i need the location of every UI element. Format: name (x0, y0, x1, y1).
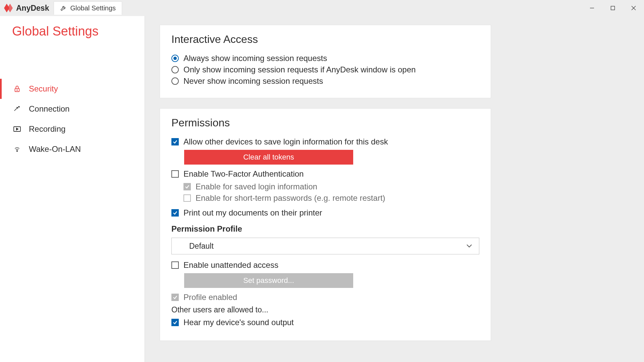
wrench-icon (60, 5, 67, 11)
set-password-button: Set password... (184, 273, 353, 288)
permission-profile-heading: Permission Profile (171, 224, 479, 234)
checkbox-profile-enabled: Profile enabled (171, 293, 479, 302)
checkbox-hear-sound[interactable]: Hear my device's sound output (171, 318, 479, 327)
radio-label: Never show incoming session requests (183, 76, 323, 86)
checkbox-label: Print out my documents on their printer (183, 208, 322, 218)
content-area[interactable]: Interactive Access Always show incoming … (145, 16, 644, 362)
sidebar-item-label: Wake-On-LAN (29, 144, 81, 154)
checkbox-label: Enable unattended access (183, 260, 278, 270)
dropdown-value: Default (189, 242, 214, 251)
radio-icon (171, 55, 179, 62)
sidebar-item-connection[interactable]: Connection (0, 99, 145, 119)
checkbox-icon (171, 294, 179, 301)
checkbox-label: Allow other devices to save login inform… (183, 137, 388, 146)
tab-label: Global Settings (70, 4, 116, 12)
section-title: Interactive Access (171, 33, 479, 46)
checkbox-enable-2fa[interactable]: Enable Two-Factor Authentication (171, 169, 479, 179)
radio-label: Always show incoming session requests (183, 54, 327, 63)
svg-marker-8 (16, 128, 18, 130)
clear-tokens-button[interactable]: Clear all tokens (184, 150, 353, 165)
checkbox-label: Enable Two-Factor Authentication (183, 169, 304, 179)
radio-window-open[interactable]: Only show incoming session requests if A… (171, 65, 479, 74)
page-title: Global Settings (0, 24, 145, 52)
recording-icon (13, 126, 21, 132)
sidebar-item-security[interactable]: Security (0, 79, 145, 99)
radio-label: Only show incoming session requests if A… (183, 65, 416, 74)
card-permissions: Permissions Allow other devices to save … (160, 108, 491, 341)
svg-rect-1 (611, 6, 615, 10)
checkbox-label: Enable for saved login information (196, 182, 317, 191)
card-interactive-access: Interactive Access Always show incoming … (160, 25, 491, 98)
checkbox-2fa-short: Enable for short-term passwords (e.g. re… (183, 193, 479, 203)
checkbox-2fa-saved: Enable for saved login information (183, 182, 479, 191)
checkbox-icon (171, 261, 179, 269)
checkbox-icon (183, 194, 191, 202)
sidebar-item-label: Connection (29, 104, 69, 114)
wifi-icon (13, 145, 21, 153)
checkbox-icon (171, 170, 179, 178)
checkbox-label: Profile enabled (183, 293, 237, 302)
checkbox-print-docs[interactable]: Print out my documents on their printer (171, 208, 479, 218)
lock-icon (13, 85, 21, 93)
others-allowed-text: Other users are allowed to... (171, 305, 479, 314)
svg-point-5 (17, 90, 17, 90)
checkbox-icon (171, 138, 179, 145)
radio-icon (171, 77, 179, 85)
svg-point-6 (18, 106, 19, 107)
close-button[interactable] (623, 0, 644, 16)
sidebar-item-wakeonlan[interactable]: Wake-On-LAN (0, 139, 145, 159)
app-name: AnyDesk (16, 4, 49, 13)
minimize-button[interactable] (582, 0, 602, 16)
tab-global-settings[interactable]: Global Settings (54, 1, 122, 15)
connection-icon (13, 105, 21, 113)
app-logo: AnyDesk (4, 4, 49, 13)
profile-dropdown[interactable]: Default (171, 238, 479, 254)
radio-never-show[interactable]: Never show incoming session requests (171, 76, 479, 86)
chevron-down-icon (466, 243, 472, 249)
titlebar: AnyDesk Global Settings (0, 0, 644, 16)
section-title: Permissions (171, 117, 479, 129)
sidebar-item-label: Recording (29, 124, 65, 134)
checkbox-icon (171, 209, 179, 217)
radio-always-show[interactable]: Always show incoming session requests (171, 54, 479, 63)
checkbox-label: Enable for short-term passwords (e.g. re… (196, 193, 385, 203)
sidebar: Global Settings Security Connection Reco… (0, 16, 145, 362)
anydesk-logo-icon (4, 4, 14, 12)
window-controls (582, 0, 644, 16)
checkbox-unattended[interactable]: Enable unattended access (171, 260, 479, 270)
checkbox-icon (183, 183, 191, 190)
checkbox-label: Hear my device's sound output (183, 318, 294, 327)
radio-icon (171, 66, 179, 73)
sidebar-item-label: Security (29, 84, 58, 94)
maximize-button[interactable] (602, 0, 623, 16)
checkbox-icon (171, 319, 179, 326)
sidebar-item-recording[interactable]: Recording (0, 119, 145, 139)
checkbox-allow-save-login[interactable]: Allow other devices to save login inform… (171, 137, 479, 146)
svg-point-9 (17, 150, 18, 152)
